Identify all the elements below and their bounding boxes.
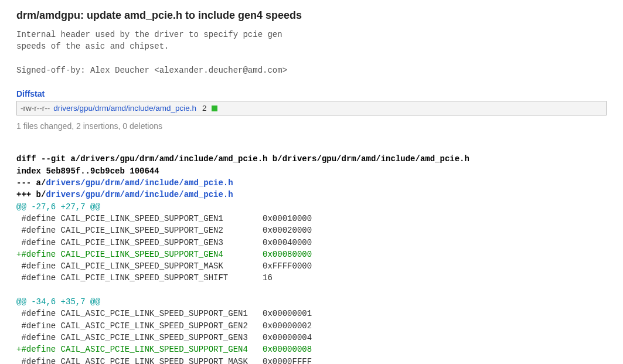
diff-plus-file: +++ b/drivers/gpu/drm/amd/include/amd_pc… — [16, 190, 233, 199]
diff-line: #define CAIL_PCIE_LINK_SPEED_SUPPORT_GEN… — [16, 214, 312, 223]
diff-file-a-link[interactable]: drivers/gpu/drm/amd/include/amd_pcie.h — [46, 178, 233, 188]
diffstat-heading[interactable]: Diffstat — [16, 89, 607, 98]
insertions-indicator-icon — [212, 106, 217, 111]
file-mode: -rw-r--r-- — [21, 104, 50, 113]
diff-line: #define CAIL_ASIC_PCIE_LINK_SPEED_SUPPOR… — [16, 333, 312, 342]
commit-message: Internal header used by the driver to sp… — [16, 29, 607, 76]
diff-line: #define CAIL_ASIC_PCIE_LINK_SPEED_SUPPOR… — [16, 357, 312, 364]
diff-line: #define CAIL_ASIC_PCIE_LINK_SPEED_SUPPOR… — [16, 309, 312, 318]
diff-line: #define CAIL_PCIE_LINK_SPEED_SUPPORT_SHI… — [16, 273, 273, 283]
diff-line: +#define CAIL_PCIE_LINK_SPEED_SUPPORT_GE… — [16, 250, 312, 259]
diff-block: diff --git a/drivers/gpu/drm/amd/include… — [16, 141, 607, 364]
hunk-header: @@ -34,6 +35,7 @@ — [16, 297, 100, 307]
diff-cmd-line: diff --git a/drivers/gpu/drm/amd/include… — [16, 154, 469, 164]
diff-file-b-link[interactable]: drivers/gpu/drm/amd/include/amd_pcie.h — [46, 190, 233, 199]
change-count: 2 — [202, 104, 207, 113]
diff-line: #define CAIL_PCIE_LINK_SPEED_SUPPORT_GEN… — [16, 226, 312, 235]
diffstat-summary: 1 files changed, 2 insertions, 0 deletio… — [16, 121, 607, 131]
diff-line: #define CAIL_PCIE_LINK_SPEED_SUPPORT_GEN… — [16, 238, 312, 247]
commit-title: drm/amdgpu: update amd_pcie.h to include… — [16, 9, 607, 22]
diff-line: #define CAIL_ASIC_PCIE_LINK_SPEED_SUPPOR… — [16, 321, 312, 331]
diff-hunks: @@ -27,6 +27,7 @@ #define CAIL_PCIE_LINK… — [16, 201, 607, 364]
diff-line: +#define CAIL_ASIC_PCIE_LINK_SPEED_SUPPO… — [16, 345, 312, 354]
file-path-link[interactable]: drivers/gpu/drm/amd/include/amd_pcie.h — [53, 104, 196, 113]
diff-minus-file: --- a/drivers/gpu/drm/amd/include/amd_pc… — [16, 178, 233, 188]
diff-index-line: index 5eb895f..9cb9ceb 100644 — [16, 166, 159, 176]
hunk-header: @@ -27,6 +27,7 @@ — [16, 202, 100, 212]
diffstat-row: -rw-r--r-- drivers/gpu/drm/amd/include/a… — [16, 101, 607, 115]
diff-line: #define CAIL_PCIE_LINK_SPEED_SUPPORT_MAS… — [16, 261, 312, 271]
